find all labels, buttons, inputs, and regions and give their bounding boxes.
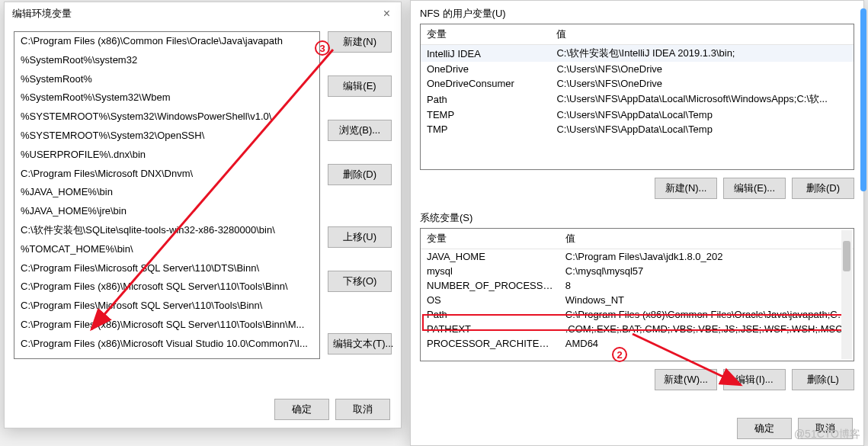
sys-vars-label: 系统变量(S) [411, 210, 863, 228]
table-row[interactable]: PATHEXT.COM;.EXE;.BAT;.CMD;.VBS;.VBE;.JS… [421, 322, 854, 336]
table-row[interactable]: IntelliJ IDEAC:\软件安装包\IntelliJ IDEA 2019… [421, 45, 854, 63]
ok-button[interactable]: 确定 [274, 399, 329, 420]
edit-button[interactable]: 编辑(E) [328, 75, 392, 97]
list-item[interactable]: %SYSTEMROOT%\System32\OpenSSH\ [14, 127, 319, 146]
table-row[interactable]: NUMBER_OF_PROCESSORS8 [421, 278, 854, 293]
moveup-button[interactable]: 上移(U) [328, 226, 392, 248]
sys-vars-table[interactable]: 变量 值 JAVA_HOMEC:\Program Files\Java\jdk1… [421, 229, 854, 351]
list-item[interactable]: C:\Program Files (x86)\Microsoft Visual … [14, 335, 319, 354]
list-item[interactable]: %SYSTEMROOT%\System32\WindowsPowerShell\… [14, 107, 319, 127]
outer-scrollbar[interactable] [860, 8, 866, 191]
col-var[interactable]: 变量 [421, 229, 559, 249]
table-row-path[interactable]: PathC:\Program Files (x86)\Common Files\… [421, 307, 854, 322]
list-item[interactable]: C:\Program Files (x86)\Common Files\Orac… [14, 32, 319, 51]
list-item[interactable]: %SystemRoot%\system32 [14, 51, 319, 70]
sys-new-button[interactable]: 新建(W)... [655, 369, 717, 390]
table-row[interactable]: mysqlC:\mysql\mysql57 [421, 264, 854, 278]
new-button[interactable]: 新建(N) [328, 31, 392, 53]
list-item[interactable]: %TOMCAT_HOME%\bin\ [14, 240, 319, 259]
ok-button[interactable]: 确定 [737, 418, 792, 439]
table-row[interactable]: PROCESSOR_ARCHITECT...AMD64 [421, 336, 854, 351]
list-item[interactable]: %SystemRoot% [14, 70, 319, 89]
col-val[interactable]: 值 [550, 24, 854, 45]
table-row[interactable]: PathC:\Users\NFS\AppData\Local\Microsoft… [421, 91, 854, 107]
list-item[interactable]: %JAVA_HOME%\jre\bin [14, 202, 319, 221]
edit-path-dialog: 编辑环境变量 × C:\Program Files (x86)\Common F… [4, 2, 402, 428]
user-delete-button[interactable]: 删除(D) [792, 178, 854, 199]
delete-button[interactable]: 删除(D) [328, 164, 392, 185]
table-row[interactable]: OSWindows_NT [421, 293, 854, 307]
user-edit-button[interactable]: 编辑(E)... [723, 178, 786, 199]
table-row[interactable]: OneDriveConsumerC:\Users\NFS\OneDrive [421, 76, 854, 91]
movedown-button[interactable]: 下移(O) [328, 271, 392, 292]
env-vars-dialog: NFS 的用户变量(U) 变量 值 IntelliJ IDEAC:\软件安装包\… [410, 0, 864, 446]
browse-button[interactable]: 浏览(B)... [328, 120, 392, 141]
list-item[interactable]: C:\Program Files\Microsoft SQL Server\11… [14, 259, 319, 278]
sys-vars-table-wrap: 变量 值 JAVA_HOMEC:\Program Files\Java\jdk1… [420, 228, 854, 361]
table-row[interactable]: TEMPC:\Users\NFS\AppData\Local\Temp [421, 107, 854, 122]
list-item[interactable]: %JAVA_HOME%\bin [14, 183, 319, 202]
path-listbox[interactable]: C:\Program Files (x86)\Common Files\Orac… [14, 31, 320, 359]
list-item[interactable]: C:\Program Files (x86)\Microsoft SQL Ser… [14, 316, 319, 335]
cancel-button[interactable]: 取消 [335, 399, 390, 420]
list-item[interactable]: C:\Program Files\Microsoft DNX\Dnvm\ [14, 165, 319, 184]
scrollbar-thumb[interactable] [843, 241, 850, 271]
close-icon[interactable]: × [380, 7, 393, 21]
button-column: 新建(N) 编辑(E) 浏览(B)... 删除(D) 上移(U) 下移(O) 编… [328, 31, 392, 359]
list-item[interactable]: %SystemRoot%\System32\Wbem [14, 88, 319, 107]
dialog-title: 编辑环境变量 [12, 7, 72, 21]
titlebar: 编辑环境变量 × [5, 2, 401, 24]
list-item[interactable]: C:\Program Files (x86)\Microsoft SQL Ser… [14, 278, 319, 297]
sys-delete-button[interactable]: 删除(L) [792, 369, 854, 390]
list-item[interactable]: %USERPROFILE%\.dnx\bin [14, 146, 319, 165]
list-item[interactable]: C:\软件安装包\SQLite\sqlite-tools-win32-x86-3… [14, 221, 319, 240]
list-item[interactable]: C:\Program Files\Microsoft SQL Server\11… [14, 297, 319, 316]
user-vars-label: NFS 的用户变量(U) [411, 5, 863, 24]
table-row[interactable]: TMPC:\Users\NFS\AppData\Local\Temp [421, 122, 854, 136]
list-item[interactable]: C:\Program Files (x86)\Microsoft SQL Ser… [14, 354, 319, 359]
user-vars-table-wrap: 变量 值 IntelliJ IDEAC:\软件安装包\IntelliJ IDEA… [420, 24, 854, 170]
sys-edit-button[interactable]: 编辑(I)... [723, 369, 786, 390]
user-new-button[interactable]: 新建(N)... [655, 178, 717, 199]
col-var[interactable]: 变量 [421, 24, 550, 45]
cancel-button[interactable]: 取消 [798, 418, 853, 439]
col-val[interactable]: 值 [559, 229, 854, 249]
table-row[interactable]: OneDriveC:\Users\NFS\OneDrive [421, 62, 854, 76]
edittext-button[interactable]: 编辑文本(T)... [328, 333, 392, 355]
user-vars-table[interactable]: 变量 值 IntelliJ IDEAC:\软件安装包\IntelliJ IDEA… [421, 24, 854, 136]
table-row[interactable]: JAVA_HOMEC:\Program Files\Java\jdk1.8.0_… [421, 249, 854, 265]
